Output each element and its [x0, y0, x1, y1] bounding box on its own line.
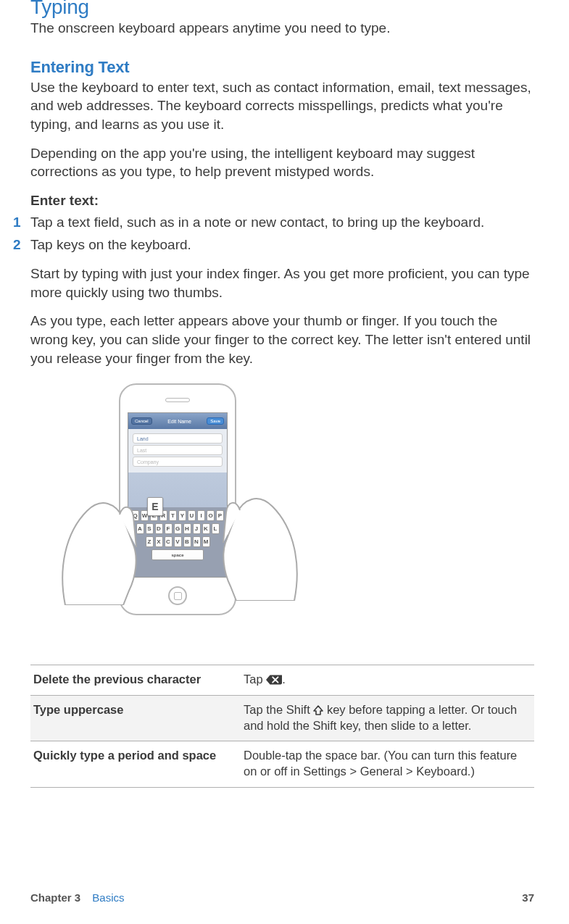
figure-typing-illustration: Cancel Edit Name Save Land Last Company … [65, 380, 297, 649]
space-key: space [151, 549, 204, 560]
paragraph: Use the keyboard to enter text, such as … [30, 78, 534, 134]
home-button-icon [168, 586, 187, 605]
keyboard-key: U [188, 510, 196, 521]
right-hand-icon [207, 456, 309, 601]
last-name-field: Last [133, 445, 223, 455]
first-name-field: Land [133, 433, 223, 444]
left-hand-icon [51, 460, 152, 605]
keyboard-key: Y [178, 510, 186, 521]
step-number: 2 [13, 236, 23, 254]
navbar-title: Edit Name [167, 419, 191, 424]
keyboard-key: X [155, 536, 163, 547]
paragraph: As you type, each letter appears above y… [30, 312, 534, 367]
table-row: Type uppercase Tap the Shift key before … [30, 695, 534, 741]
save-button: Save [207, 417, 224, 425]
step-text: Tap keys on the keyboard. [30, 236, 191, 254]
subsection-heading: Entering Text [30, 58, 534, 77]
navbar: Cancel Edit Name Save [128, 413, 227, 429]
row-desc: Tap . [241, 665, 534, 695]
delete-key-icon [266, 675, 282, 685]
step-row: 2 Tap keys on the keyboard. [30, 236, 534, 254]
step-number: 1 [13, 213, 23, 232]
keyboard-key: B [183, 536, 191, 547]
chapter-label: Chapter 3 [30, 891, 80, 904]
page-number: 37 [522, 891, 534, 904]
table-row: Delete the previous character Tap . [30, 665, 534, 695]
shift-key-icon [313, 703, 323, 716]
row-label: Delete the previous character [30, 665, 241, 695]
keyboard-key: C [165, 536, 173, 547]
keyboard-key: V [174, 536, 182, 547]
actions-table: Delete the previous character Tap . Type… [30, 665, 534, 787]
step-text: Tap a text field, such as in a note or n… [30, 213, 484, 232]
earpiece-icon [165, 398, 190, 402]
paragraph: Start by typing with just your index fin… [30, 265, 534, 301]
step-row: 1 Tap a text field, such as in a note or… [30, 213, 534, 232]
keyboard-key: G [174, 523, 182, 534]
page-footer: Chapter 3 Basics 37 [30, 891, 534, 904]
table-row: Quickly type a period and space Double-t… [30, 741, 534, 788]
row-label: Quickly type a period and space [30, 741, 241, 788]
section-heading: Typing [30, 0, 534, 19]
keyboard-key: T [169, 510, 177, 521]
section-intro: The onscreen keyboard appears anytime yo… [30, 19, 534, 38]
cancel-button: Cancel [131, 417, 152, 425]
keyboard-key: J [193, 523, 201, 534]
chapter-title: Basics [92, 891, 124, 904]
keyboard-key: N [193, 536, 201, 547]
row-desc: Tap the Shift key before tapping a lette… [241, 695, 534, 741]
keyboard-key: F [165, 523, 173, 534]
keyboard-key: H [183, 523, 191, 534]
paragraph: Depending on the app you're using, the i… [30, 144, 534, 181]
keyboard-key: D [155, 523, 163, 534]
keyboard-key: I [197, 510, 205, 521]
row-label: Type uppercase [30, 695, 241, 741]
row-desc: Double-tap the space bar. (You can turn … [241, 741, 534, 788]
key-popup: E [147, 497, 163, 516]
procedure-lead: Enter text: [30, 193, 534, 209]
